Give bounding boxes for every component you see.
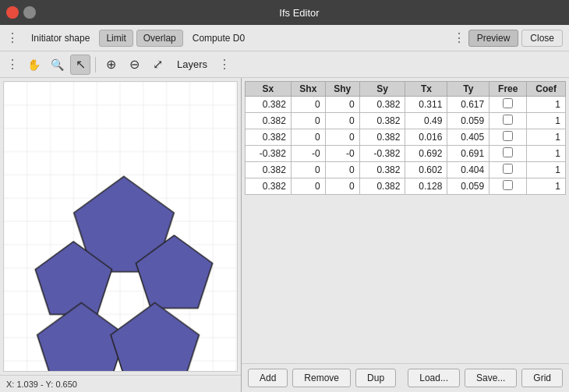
cell-tx-row5[interactable]: 0.128	[405, 178, 447, 195]
menu-item-compute-d0[interactable]: Compute D0	[186, 30, 251, 46]
cell-shx-row5[interactable]: 0	[291, 178, 325, 195]
data-table: Sx Shx Shy Sy Tx Ty Free Coef 0.382000.3…	[245, 81, 566, 195]
cell-tx-row1[interactable]: 0.49	[405, 113, 447, 129]
remove-point-icon: ⊖	[129, 57, 140, 72]
free-checkbox-row0[interactable]	[503, 98, 513, 108]
cell-free-row0[interactable]	[489, 97, 527, 113]
remove-button[interactable]: Remove	[292, 369, 351, 387]
cell-shy-row3[interactable]: -0	[325, 146, 359, 162]
zoom-in-icon: 🔍	[51, 58, 64, 71]
cell-tx-row3[interactable]: 0.692	[405, 146, 447, 162]
bottom-buttons: Add Remove Dup Load... Save... Grid	[242, 363, 569, 392]
col-header-coef: Coef	[527, 82, 566, 97]
grid-button[interactable]: Grid	[521, 369, 563, 387]
dup-button[interactable]: Dup	[355, 369, 396, 387]
table-row[interactable]: -0.382-0-0-0.3820.6920.6911	[246, 146, 566, 162]
cell-shx-row0[interactable]: 0	[291, 97, 325, 113]
table-row[interactable]: 0.382000.3820.490.0591	[246, 113, 566, 129]
cell-shx-row3[interactable]: -0	[291, 146, 325, 162]
cell-sy-row2[interactable]: 0.382	[359, 129, 405, 146]
free-checkbox-row3[interactable]	[503, 147, 513, 157]
remove-point-button[interactable]: ⊖	[124, 55, 144, 75]
menu-item-initiator-shape[interactable]: Initiator shape	[25, 30, 96, 46]
select-tool-button[interactable]: ↖	[70, 55, 90, 75]
cell-sx-row3[interactable]: -0.382	[246, 146, 292, 162]
cell-shx-row1[interactable]: 0	[291, 113, 325, 129]
cell-sx-row2[interactable]: 0.382	[246, 129, 292, 146]
zoom-in-button[interactable]: 🔍	[47, 55, 67, 75]
cell-ty-row2[interactable]: 0.405	[447, 129, 489, 146]
cell-tx-row4[interactable]: 0.602	[405, 162, 447, 178]
canvas-container[interactable]	[3, 81, 238, 372]
cell-shy-row1[interactable]: 0	[325, 113, 359, 129]
fractal-canvas[interactable]	[4, 82, 237, 371]
menu-btn-preview[interactable]: Preview	[468, 30, 519, 47]
free-checkbox-row5[interactable]	[503, 180, 513, 190]
toolbar-separator-1	[95, 57, 96, 72]
cell-sx-row5[interactable]: 0.382	[246, 178, 292, 195]
add-point-button[interactable]: ⊕	[101, 55, 121, 75]
cell-sx-row4[interactable]: 0.382	[246, 162, 292, 178]
cell-shx-row2[interactable]: 0	[291, 129, 325, 146]
cell-shy-row5[interactable]: 0	[325, 178, 359, 195]
free-checkbox-row1[interactable]	[503, 115, 513, 125]
cell-free-row2[interactable]	[489, 129, 527, 146]
cell-shy-row2[interactable]: 0	[325, 129, 359, 146]
cell-ty-row0[interactable]: 0.617	[447, 97, 489, 113]
cell-shx-row4[interactable]: 0	[291, 162, 325, 178]
cell-sy-row3[interactable]: -0.382	[359, 146, 405, 162]
cell-shy-row0[interactable]: 0	[325, 97, 359, 113]
save-button[interactable]: Save...	[465, 369, 517, 387]
cell-coef-row1[interactable]: 1	[527, 113, 566, 129]
free-checkbox-row2[interactable]	[503, 131, 513, 141]
add-button[interactable]: Add	[248, 369, 288, 387]
minimize-window-button[interactable]	[23, 6, 36, 19]
cell-tx-row2[interactable]: 0.016	[405, 129, 447, 146]
layers-label: Layers	[171, 56, 214, 72]
add-point-icon: ⊕	[106, 57, 116, 72]
col-header-free: Free	[489, 82, 527, 97]
cell-shy-row4[interactable]: 0	[325, 162, 359, 178]
menu-item-overlap[interactable]: Overlap	[136, 30, 183, 47]
cell-free-row1[interactable]	[489, 113, 527, 129]
cell-free-row3[interactable]	[489, 146, 527, 162]
cell-sy-row5[interactable]: 0.382	[359, 178, 405, 195]
status-bar: X: 1.039 - Y: 0.650	[0, 375, 241, 392]
table-row[interactable]: 0.382000.3820.6020.4041	[246, 162, 566, 178]
cell-ty-row5[interactable]: 0.059	[447, 178, 489, 195]
cell-sy-row0[interactable]: 0.382	[359, 97, 405, 113]
load-button[interactable]: Load...	[408, 369, 460, 387]
cell-coef-row0[interactable]: 1	[527, 97, 566, 113]
table-row[interactable]: 0.382000.3820.0160.4051	[246, 129, 566, 146]
cell-sx-row0[interactable]: 0.382	[246, 97, 292, 113]
toolbar-dots-right: ⋮	[218, 57, 231, 72]
col-header-tx: Tx	[405, 82, 447, 97]
col-header-ty: Ty	[447, 82, 489, 97]
table-row[interactable]: 0.382000.3820.1280.0591	[246, 178, 566, 195]
cell-free-row5[interactable]	[489, 178, 527, 195]
cell-tx-row0[interactable]: 0.311	[405, 97, 447, 113]
fit-button[interactable]: ⤢	[147, 55, 168, 75]
title-bar-buttons	[6, 6, 36, 19]
toolbar-dots-left: ⋮	[6, 57, 19, 72]
cell-coef-row3[interactable]: 1	[527, 146, 566, 162]
menu-item-limit[interactable]: Limit	[99, 30, 133, 47]
cell-free-row4[interactable]	[489, 162, 527, 178]
canvas-area: X: 1.039 - Y: 0.650	[0, 78, 242, 392]
cell-coef-row4[interactable]: 1	[527, 162, 566, 178]
cell-sy-row4[interactable]: 0.382	[359, 162, 405, 178]
cell-ty-row4[interactable]: 0.404	[447, 162, 489, 178]
menu-dots-left: ⋮	[6, 30, 19, 45]
cell-ty-row3[interactable]: 0.691	[447, 146, 489, 162]
cell-coef-row2[interactable]: 1	[527, 129, 566, 146]
menu-btn-close[interactable]: Close	[521, 30, 563, 47]
cell-coef-row5[interactable]: 1	[527, 178, 566, 195]
close-window-button[interactable]	[6, 6, 19, 19]
cell-sy-row1[interactable]: 0.382	[359, 113, 405, 129]
table-header-row: Sx Shx Shy Sy Tx Ty Free Coef	[246, 82, 566, 97]
table-row[interactable]: 0.382000.3820.3110.6171	[246, 97, 566, 113]
free-checkbox-row4[interactable]	[503, 164, 513, 174]
cell-ty-row1[interactable]: 0.059	[447, 113, 489, 129]
hand-tool-button[interactable]: ✋	[23, 55, 44, 75]
cell-sx-row1[interactable]: 0.382	[246, 113, 292, 129]
